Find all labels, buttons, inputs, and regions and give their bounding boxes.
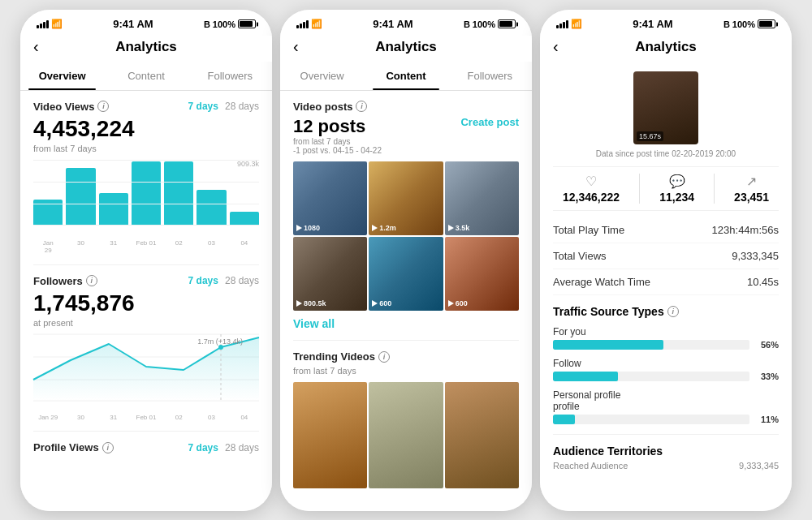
x-label-f5: 03 bbox=[197, 414, 226, 422]
signal-icon bbox=[37, 20, 49, 28]
audience-title: Audience Territories bbox=[553, 445, 779, 458]
bar-chart-bars bbox=[33, 160, 259, 225]
wifi-icon-2: 📶 bbox=[311, 19, 322, 29]
status-time-3: 9:41 AM bbox=[633, 18, 672, 30]
tab-followers-1[interactable]: Followers bbox=[188, 62, 272, 90]
battery-pct-3: 100% bbox=[732, 19, 755, 29]
info-icon-views[interactable]: i bbox=[97, 101, 109, 112]
status-bar-2: 📶 9:41 AM B 100% bbox=[280, 10, 532, 36]
back-button-1[interactable]: ‹ bbox=[33, 37, 39, 56]
phone-3: 📶 9:41 AM B 100% ‹ Analytics 15.67s Data… bbox=[540, 10, 792, 511]
trending-thumb-2[interactable] bbox=[445, 382, 519, 488]
x-label-v0: Jan29 bbox=[33, 239, 63, 255]
posts-sublabel2: -1 post vs. 04-15 - 04-22 bbox=[293, 146, 382, 155]
traffic-bar-bg-0 bbox=[553, 340, 749, 350]
filter-7days-pv[interactable]: 7 days bbox=[188, 442, 218, 453]
tab-followers-2[interactable]: Followers bbox=[448, 62, 532, 90]
video-thumb-4[interactable]: 600 bbox=[369, 237, 443, 311]
play-icon-4 bbox=[372, 300, 378, 307]
status-right-1: B 100% bbox=[204, 19, 256, 29]
video-thumb-5[interactable]: 600 bbox=[445, 237, 519, 311]
filter-7days-followers[interactable]: 7 days bbox=[188, 275, 218, 286]
traffic-bar-fill-2 bbox=[553, 415, 575, 424]
x-label-v6: 04 bbox=[230, 239, 259, 255]
traffic-label-2: Personal profileprofile bbox=[553, 389, 779, 412]
status-right-3: B 100% bbox=[723, 19, 775, 29]
play-icon-5 bbox=[448, 300, 454, 307]
x-label-f0: Jan 29 bbox=[33, 414, 63, 422]
filter-28days-pv[interactable]: 28 days bbox=[225, 442, 259, 453]
followers-line-chart: 1.7m (+13.4k) bbox=[33, 334, 259, 407]
reached-audience-label: Reached Audience bbox=[553, 461, 628, 471]
x-label-v2: 31 bbox=[99, 239, 128, 255]
posts-count-block: 12 posts from last 7 days -1 post vs. 04… bbox=[293, 116, 382, 155]
trending-thumb-0[interactable] bbox=[293, 382, 367, 488]
traffic-row-0: For you 56% bbox=[553, 326, 779, 350]
wifi-icon-3: 📶 bbox=[571, 19, 582, 29]
create-post-button[interactable]: Create post bbox=[460, 116, 519, 128]
tab-content-1[interactable]: Content bbox=[104, 62, 188, 90]
traffic-label-0: For you bbox=[553, 326, 779, 337]
status-bar-3: 📶 9:41 AM B 100% bbox=[540, 10, 792, 36]
comment-icon: 💬 bbox=[659, 174, 694, 189]
battery-pct-2: 100% bbox=[473, 19, 495, 29]
video-thumb-0[interactable]: 1080 bbox=[293, 161, 367, 235]
status-left-2: 📶 bbox=[296, 19, 322, 29]
traffic-bar-fill-1 bbox=[553, 372, 618, 381]
detail-value-1: 9,333,345 bbox=[732, 250, 779, 262]
followers-header: Followers i 7 days 28 days bbox=[33, 275, 259, 287]
info-icon-pv[interactable]: i bbox=[102, 442, 114, 453]
back-button-3[interactable]: ‹ bbox=[553, 37, 559, 56]
filter-28days-views[interactable]: 28 days bbox=[225, 101, 259, 112]
audience-sub: Reached Audience 9,333,345 bbox=[553, 461, 779, 471]
info-icon-trending[interactable]: i bbox=[378, 351, 390, 363]
video-thumb-1[interactable]: 1.2m bbox=[369, 161, 443, 235]
view-all-button[interactable]: View all bbox=[293, 317, 519, 330]
info-icon-followers[interactable]: i bbox=[86, 275, 97, 286]
video-thumb-3[interactable]: 800.5k bbox=[293, 237, 367, 311]
app-header-1: ‹ Analytics bbox=[20, 36, 272, 62]
battery-pct-1: 100% bbox=[213, 19, 235, 29]
detail-label-2: Average Watch Time bbox=[553, 276, 650, 288]
traffic-label-1: Follow bbox=[553, 358, 779, 369]
filter-7days-views[interactable]: 7 days bbox=[188, 101, 218, 112]
phone-1: 📶 9:41 AM B 100% ‹ Analytics Overview Co… bbox=[20, 10, 272, 511]
chart-max-label: 909.3k bbox=[237, 160, 259, 168]
reached-audience-value: 9,333,345 bbox=[739, 461, 779, 471]
posts-count-header: 12 posts from last 7 days -1 post vs. 04… bbox=[293, 116, 519, 155]
tab-overview-1[interactable]: Overview bbox=[20, 62, 104, 90]
traffic-bar-container-1: 33% bbox=[553, 372, 779, 381]
battery-icon-1 bbox=[238, 19, 256, 28]
video-preview[interactable]: 15.67s bbox=[633, 71, 698, 144]
tab-content-2[interactable]: Content bbox=[364, 62, 447, 90]
x-labels-views: Jan293031Feb 01020304 bbox=[33, 239, 259, 255]
views-bar-chart: 909.3k bbox=[33, 160, 259, 233]
page-title-3: Analytics bbox=[635, 39, 697, 55]
video-views-header: Video Views i 7 days 28 days bbox=[33, 101, 259, 113]
phone2-content: Video posts i 12 posts from last 7 days … bbox=[280, 91, 532, 511]
followers-sublabel: at present bbox=[33, 318, 259, 328]
back-button-2[interactable]: ‹ bbox=[293, 37, 299, 56]
x-labels-followers: Jan 29 30 31 Feb 01 02 03 04 bbox=[33, 414, 259, 422]
play-icon-3 bbox=[296, 300, 302, 307]
likes-count: 12,346,222 bbox=[563, 191, 620, 204]
filter-28days-followers[interactable]: 28 days bbox=[225, 275, 259, 286]
video-duration-overlay: 15.67s bbox=[637, 131, 663, 141]
shares-count: 23,451 bbox=[734, 191, 769, 204]
video-posts-title: Video posts i bbox=[293, 101, 367, 113]
video-thumb-2[interactable]: 3.5k bbox=[445, 161, 519, 235]
traffic-pct-1: 33% bbox=[756, 372, 779, 381]
profile-views-header: Profile Views i 7 days 28 days bbox=[33, 441, 259, 453]
info-icon-posts[interactable]: i bbox=[356, 101, 367, 112]
video-label-4: 600 bbox=[372, 299, 391, 307]
trending-sublabel: from last 7 days bbox=[293, 366, 519, 376]
heart-icon: ♡ bbox=[563, 174, 620, 189]
divider-p2 bbox=[293, 340, 519, 341]
trending-thumb-1[interactable] bbox=[369, 382, 443, 488]
info-icon-traffic[interactable]: i bbox=[667, 306, 679, 317]
x-label-f1: 30 bbox=[66, 414, 95, 422]
x-label-f3: Feb 01 bbox=[132, 414, 161, 422]
play-icon-2 bbox=[448, 225, 454, 231]
time-filters-pv: 7 days 28 days bbox=[188, 442, 259, 453]
tab-overview-2[interactable]: Overview bbox=[280, 62, 364, 90]
